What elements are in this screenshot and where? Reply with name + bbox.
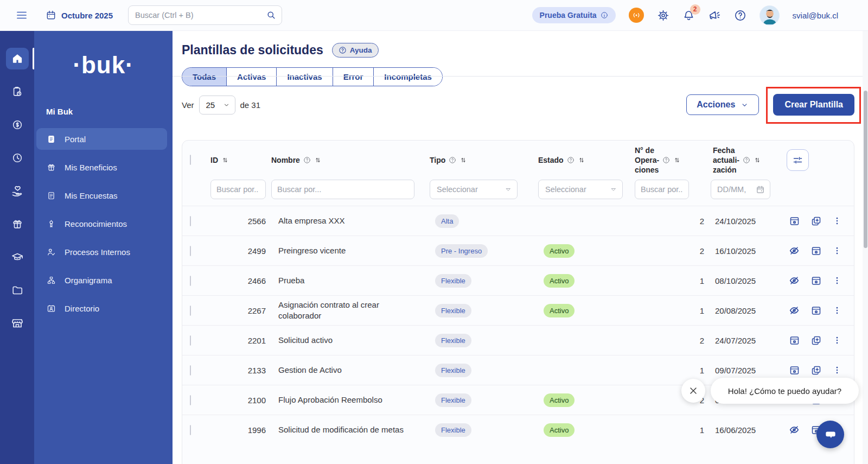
table-row[interactable]: 2201 Solicitud activo Flexible 2 24/07/2…	[182, 325, 854, 355]
sort-icon[interactable]	[221, 156, 229, 164]
sidebar-item-mis-beneficios[interactable]: Mis Beneficios	[36, 156, 167, 178]
column-settings-button[interactable]	[787, 149, 809, 171]
hide-eye-slash-icon[interactable]	[788, 424, 800, 436]
broadcast-icon[interactable]	[629, 8, 644, 23]
select-all-checkbox[interactable]	[190, 155, 191, 165]
row-menu-kebab-icon[interactable]	[832, 216, 842, 226]
tab-incompletas[interactable]: Incompletas	[373, 68, 442, 86]
row-id: 2267	[210, 306, 271, 315]
sort-icon[interactable]	[314, 156, 322, 164]
help-icon[interactable]	[734, 9, 746, 22]
rail-home-icon[interactable]	[6, 48, 29, 69]
row-checkbox[interactable]	[190, 335, 191, 346]
table-row[interactable]: 2566 Alta empresa XXX Alta 2 24/10/2025	[182, 206, 854, 236]
rail-gift-icon[interactable]	[6, 213, 29, 235]
filter-tipo-select[interactable]: Seleccionar	[430, 180, 518, 199]
tab-activas[interactable]: Activas	[226, 68, 276, 86]
page-scrollbar[interactable]	[863, 31, 868, 464]
hide-eye-slash-icon[interactable]	[788, 304, 800, 316]
sidebar-item-portal[interactable]: Portal	[36, 128, 167, 150]
chat-fab-button[interactable]	[816, 421, 844, 448]
row-checkbox[interactable]	[190, 246, 191, 256]
row-menu-kebab-icon[interactable]	[832, 365, 842, 375]
row-checkbox[interactable]	[190, 395, 191, 405]
preview-icon[interactable]	[789, 335, 800, 346]
row-fecha: 16/10/2025	[704, 246, 780, 256]
duplicate-icon[interactable]	[810, 335, 822, 346]
sidebar-item-organigrama[interactable]: Organigrama	[36, 269, 167, 291]
help-button[interactable]: Ayuda	[332, 43, 379, 58]
tab-inactivas[interactable]: Inactivas	[276, 68, 332, 86]
settings-gear-icon[interactable]	[657, 9, 669, 22]
help-circle-icon[interactable]	[743, 156, 750, 164]
row-checkbox[interactable]	[190, 306, 191, 316]
row-checkbox[interactable]	[190, 216, 191, 226]
sort-icon[interactable]	[578, 156, 585, 164]
preview-icon[interactable]	[810, 275, 822, 287]
actions-button[interactable]: Acciones	[686, 94, 759, 115]
filter-id-input[interactable]	[210, 180, 266, 199]
row-checkbox[interactable]	[190, 276, 191, 286]
buk-logo: ·buk·	[34, 52, 173, 79]
table-row[interactable]: 2499 Preingreso vicente Pre - Ingreso Ac…	[182, 236, 854, 265]
filter-estado-select[interactable]: Seleccionar	[538, 180, 623, 199]
rail-company-store-icon[interactable]	[6, 313, 29, 334]
table-row[interactable]: 2466 Prueba Flexible Activo 1 08/10/2025	[182, 265, 854, 295]
global-search-input[interactable]	[128, 5, 282, 25]
sort-icon[interactable]	[754, 156, 761, 164]
sidebar-item-reconocimientos[interactable]: Reconocimientos	[36, 213, 167, 234]
help-circle-icon[interactable]	[303, 156, 311, 164]
duplicate-icon[interactable]	[810, 365, 822, 376]
help-circle-icon[interactable]	[662, 156, 670, 164]
create-template-button[interactable]: Crear Plantilla	[773, 94, 854, 116]
rail-time-clock-icon[interactable]	[6, 147, 29, 169]
page-size-select[interactable]: 25	[199, 96, 235, 115]
row-menu-kebab-icon[interactable]	[832, 246, 842, 256]
hide-eye-slash-icon[interactable]	[788, 245, 800, 257]
rail-tasks-clipboard-icon[interactable]	[6, 81, 29, 103]
sort-icon[interactable]	[673, 156, 681, 164]
sort-icon[interactable]	[459, 156, 467, 164]
rail-benefits-hand-heart-icon[interactable]	[6, 180, 29, 202]
user-email[interactable]: svial@buk.cl	[793, 11, 838, 20]
table-row[interactable]: 2267 Asignación contrato al crear colabo…	[182, 295, 854, 325]
rail-training-cap-icon[interactable]	[6, 246, 29, 268]
search-icon[interactable]	[266, 10, 277, 21]
chat-greeting-bubble[interactable]: Hola! ¿Cómo te puedo ayudar?	[711, 378, 859, 404]
tab-todas[interactable]: Todas	[182, 68, 226, 86]
preview-icon[interactable]	[810, 305, 822, 316]
chat-close-button[interactable]	[681, 379, 705, 403]
row-menu-kebab-icon[interactable]	[832, 306, 842, 315]
user-avatar[interactable]	[760, 5, 780, 26]
filter-operaciones-input[interactable]	[635, 180, 689, 199]
preview-icon[interactable]	[789, 365, 800, 376]
sidebar-item-procesos-internos[interactable]: Procesos Internos	[36, 241, 167, 263]
notifications-bell-icon[interactable]: 2	[682, 9, 695, 22]
preview-icon[interactable]	[789, 215, 800, 227]
trial-badge[interactable]: Prueba Gratuita	[532, 7, 616, 23]
period-selector[interactable]: Octubre 2025	[46, 10, 113, 21]
rail-payments-icon[interactable]	[6, 114, 29, 136]
row-menu-kebab-icon[interactable]	[832, 335, 842, 345]
row-menu-kebab-icon[interactable]	[832, 276, 842, 285]
hide-eye-slash-icon[interactable]	[788, 275, 800, 287]
tab-error[interactable]: Error	[333, 68, 374, 86]
rail-documents-folder-icon[interactable]	[6, 279, 29, 301]
hamburger-menu-icon[interactable]	[15, 9, 28, 22]
scrollbar-thumb[interactable]	[864, 91, 867, 248]
sidebar-item-directorio[interactable]: Directorio	[36, 297, 167, 319]
announcements-megaphone-icon[interactable]	[708, 9, 721, 22]
divider	[173, 76, 868, 77]
help-circle-icon[interactable]	[567, 156, 575, 164]
table-row[interactable]: 1996 Solicitud de modificación de metas …	[182, 415, 854, 444]
sidebar-item-mis-encuestas[interactable]: Mis Encuestas	[36, 185, 167, 206]
filter-fecha-input[interactable]: DD/MM,	[711, 180, 770, 199]
help-circle-icon[interactable]	[449, 156, 456, 164]
row-checkbox[interactable]	[190, 425, 191, 435]
preview-icon[interactable]	[810, 245, 822, 257]
duplicate-icon[interactable]	[810, 215, 822, 227]
row-fecha: 09/07/2025	[704, 366, 780, 375]
row-tipo-badge: Pre - Ingreso	[435, 244, 488, 258]
row-checkbox[interactable]	[190, 365, 191, 376]
filter-nombre-input[interactable]	[271, 180, 414, 199]
